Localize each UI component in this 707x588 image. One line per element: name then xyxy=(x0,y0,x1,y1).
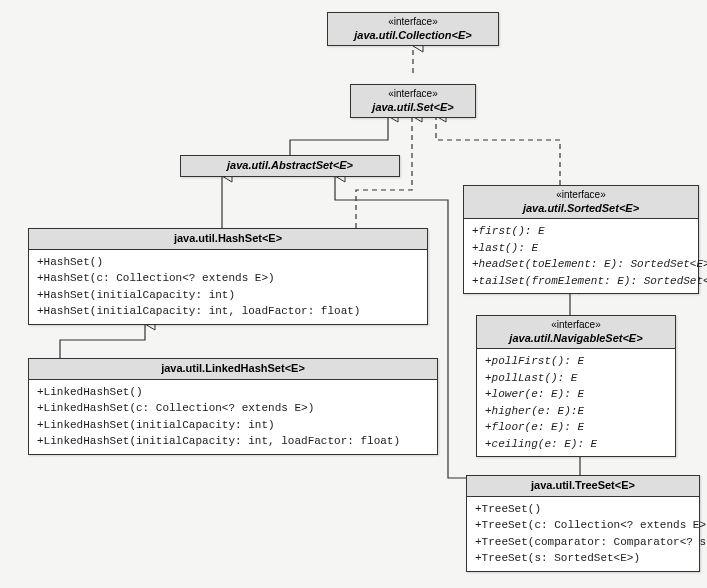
stereotype-label: «interface» xyxy=(483,319,669,332)
class-linkedhashset: java.util.LinkedHashSet<E> +LinkedHashSe… xyxy=(28,358,438,455)
class-abstractset-name: java.util.AbstractSet<E> xyxy=(227,159,353,171)
stereotype-label: «interface» xyxy=(470,189,692,202)
class-navigableset-name: java.util.NavigableSet<E> xyxy=(509,332,642,344)
class-set: «interface» java.util.Set<E> xyxy=(350,84,476,118)
class-collection-title: «interface» java.util.Collection<E> xyxy=(328,13,498,45)
member-row: +headSet(toElement: E): SortedSet<E> xyxy=(472,256,690,273)
class-treeset-name: java.util.TreeSet<E> xyxy=(531,479,635,491)
stereotype-label: «interface» xyxy=(357,88,469,101)
class-abstractset: java.util.AbstractSet<E> xyxy=(180,155,400,177)
class-collection: «interface» java.util.Collection<E> xyxy=(327,12,499,46)
member-row: +floor(e: E): E xyxy=(485,419,667,436)
member-row: +LinkedHashSet() xyxy=(37,384,429,401)
class-linkedhashset-name: java.util.LinkedHashSet<E> xyxy=(161,362,305,374)
member-row: +HashSet(initialCapacity: int) xyxy=(37,287,419,304)
member-row: +tailSet(fromElement: E): SortedSet<E> xyxy=(472,273,690,290)
class-linkedhashset-title: java.util.LinkedHashSet<E> xyxy=(29,359,437,380)
class-treeset-title: java.util.TreeSet<E> xyxy=(467,476,699,497)
class-linkedhashset-members: +LinkedHashSet()+LinkedHashSet(c: Collec… xyxy=(29,380,437,454)
member-row: +TreeSet(c: Collection<? extends E>) xyxy=(475,517,691,534)
class-treeset-members: +TreeSet()+TreeSet(c: Collection<? exten… xyxy=(467,497,699,571)
member-row: +lower(e: E): E xyxy=(485,386,667,403)
member-row: +HashSet(initialCapacity: int, loadFacto… xyxy=(37,303,419,320)
class-set-title: «interface» java.util.Set<E> xyxy=(351,85,475,117)
member-row: +HashSet() xyxy=(37,254,419,271)
member-row: +higher(e: E):E xyxy=(485,403,667,420)
class-sortedset-title: «interface» java.util.SortedSet<E> xyxy=(464,186,698,219)
class-hashset-name: java.util.HashSet<E> xyxy=(174,232,282,244)
member-row: +TreeSet(comparator: Comparator<? super … xyxy=(475,534,691,551)
member-row: +LinkedHashSet(c: Collection<? extends E… xyxy=(37,400,429,417)
class-sortedset-members: +first(): E+last(): E+headSet(toElement:… xyxy=(464,219,698,293)
member-row: +HashSet(c: Collection<? extends E>) xyxy=(37,270,419,287)
class-set-name: java.util.Set<E> xyxy=(372,101,453,113)
member-row: +pollLast(): E xyxy=(485,370,667,387)
member-row: +last(): E xyxy=(472,240,690,257)
class-hashset-title: java.util.HashSet<E> xyxy=(29,229,427,250)
member-row: +pollFirst(): E xyxy=(485,353,667,370)
stereotype-label: «interface» xyxy=(334,16,492,29)
member-row: +first(): E xyxy=(472,223,690,240)
member-row: +LinkedHashSet(initialCapacity: int) xyxy=(37,417,429,434)
class-collection-name: java.util.Collection<E> xyxy=(354,29,471,41)
member-row: +TreeSet(s: SortedSet<E>) xyxy=(475,550,691,567)
class-navigableset: «interface» java.util.NavigableSet<E> +p… xyxy=(476,315,676,457)
class-sortedset: «interface» java.util.SortedSet<E> +firs… xyxy=(463,185,699,294)
class-sortedset-name: java.util.SortedSet<E> xyxy=(523,202,639,214)
member-row: +ceiling(e: E): E xyxy=(485,436,667,453)
class-navigableset-members: +pollFirst(): E+pollLast(): E+lower(e: E… xyxy=(477,349,675,456)
class-navigableset-title: «interface» java.util.NavigableSet<E> xyxy=(477,316,675,349)
class-abstractset-title: java.util.AbstractSet<E> xyxy=(181,156,399,176)
class-treeset: java.util.TreeSet<E> +TreeSet()+TreeSet(… xyxy=(466,475,700,572)
member-row: +TreeSet() xyxy=(475,501,691,518)
member-row: +LinkedHashSet(initialCapacity: int, loa… xyxy=(37,433,429,450)
class-hashset-members: +HashSet()+HashSet(c: Collection<? exten… xyxy=(29,250,427,324)
class-hashset: java.util.HashSet<E> +HashSet()+HashSet(… xyxy=(28,228,428,325)
